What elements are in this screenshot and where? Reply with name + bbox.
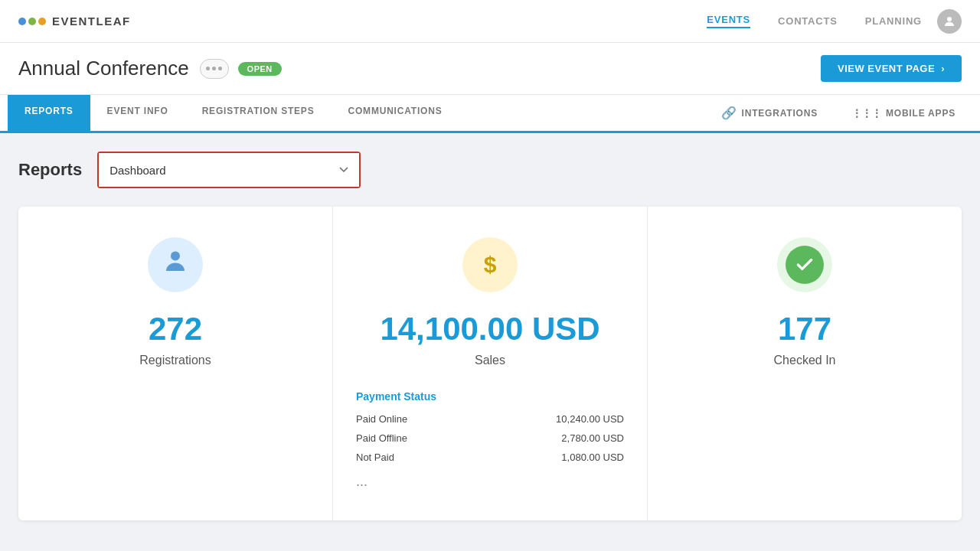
dots-menu[interactable] (200, 59, 229, 79)
nav-links: EVENTS CONTACTS PLANNING (707, 14, 922, 28)
registrations-label: Registrations (139, 354, 211, 367)
not-paid-label: Not Paid (356, 452, 394, 463)
dot-green (28, 18, 36, 25)
payment-row-notpaid: Not Paid 1,080.00 USD (356, 452, 624, 463)
more-dots: ... (356, 474, 368, 490)
tab-right-group: 🔗 INTEGRATIONS ⋮⋮⋮ MOBILE APPS (704, 95, 972, 131)
link-icon: 🔗 (721, 106, 737, 120)
paid-online-value: 10,240.00 USD (556, 413, 624, 425)
registrations-icon-circle (148, 237, 203, 292)
status-badge: OPEN (238, 62, 282, 76)
tab-registration-steps[interactable]: REGISTRATION STEPS (185, 95, 332, 133)
report-type-dropdown[interactable]: Dashboard Registrations Sales Attendance (99, 153, 359, 187)
avatar[interactable] (937, 9, 962, 34)
tab-integrations[interactable]: 🔗 INTEGRATIONS (704, 95, 835, 133)
sales-value: 14,100.00 USD (380, 311, 599, 347)
dropdown-wrapper: Dashboard Registrations Sales Attendance (97, 152, 361, 188)
reports-header: Reports Dashboard Registrations Sales At… (18, 152, 962, 188)
checked-in-icon-circle (777, 237, 832, 292)
paid-offline-value: 2,780.00 USD (561, 432, 624, 444)
logo-text: EVENTLEAF (52, 15, 131, 28)
checked-in-value: 177 (778, 311, 831, 347)
dot-sm-1 (206, 67, 210, 70)
nav-events[interactable]: EVENTS (707, 14, 750, 28)
dollar-icon: $ (484, 252, 497, 278)
event-title: Annual Conference (18, 57, 189, 80)
content-area: Reports Dashboard Registrations Sales At… (0, 133, 980, 551)
arrow-icon: › (941, 63, 945, 74)
check-circle-icon (786, 246, 824, 284)
registrations-card: 272 Registrations (18, 207, 333, 520)
dot-sm-3 (218, 67, 222, 70)
person-icon (162, 248, 189, 282)
integrations-label: INTEGRATIONS (742, 108, 818, 119)
checked-in-label: Checked In (774, 354, 836, 367)
svg-point-1 (171, 252, 180, 261)
dot-orange (38, 18, 46, 25)
tab-reports[interactable]: REPORTS (8, 95, 90, 133)
view-event-label: VIEW EVENT PAGE (838, 63, 935, 74)
tab-bar: REPORTS EVENT INFO REGISTRATION STEPS CO… (0, 95, 980, 133)
registrations-value: 272 (149, 311, 202, 347)
top-nav: EVENTLEAF EVENTS CONTACTS PLANNING (0, 0, 980, 43)
nav-planning[interactable]: PLANNING (865, 15, 922, 27)
logo-dots (18, 18, 46, 25)
tab-mobile-apps[interactable]: ⋮⋮⋮ MOBILE APPS (835, 96, 972, 132)
dashboard-cards: 272 Registrations $ 14,100.00 USD Sales … (18, 207, 962, 520)
view-event-button[interactable]: VIEW EVENT PAGE › (821, 55, 962, 82)
svg-point-0 (947, 17, 952, 21)
mobile-apps-label: MOBILE APPS (886, 108, 956, 119)
reports-title: Reports (18, 160, 82, 180)
dot-sm-2 (212, 67, 216, 70)
tab-event-info[interactable]: EVENT INFO (90, 95, 185, 133)
dot-blue (18, 18, 26, 25)
checked-in-card: 177 Checked In (648, 207, 962, 520)
sales-card: $ 14,100.00 USD Sales Payment Status Pai… (333, 207, 648, 520)
logo-area: EVENTLEAF (18, 15, 707, 28)
paid-online-label: Paid Online (356, 413, 407, 425)
nav-contacts[interactable]: CONTACTS (778, 15, 838, 27)
tab-communications[interactable]: COMMUNICATIONS (331, 95, 459, 133)
payment-row-online: Paid Online 10,240.00 USD (356, 413, 624, 425)
event-header: Annual Conference OPEN VIEW EVENT PAGE › (0, 43, 980, 95)
not-paid-value: 1,080.00 USD (561, 452, 624, 463)
grid-icon: ⋮⋮⋮ (851, 107, 881, 119)
payment-status-title: Payment Status (356, 390, 624, 403)
payment-row-offline: Paid Offline 2,780.00 USD (356, 432, 624, 444)
sales-label: Sales (475, 354, 505, 367)
paid-offline-label: Paid Offline (356, 432, 407, 444)
sales-icon-circle: $ (462, 237, 518, 292)
